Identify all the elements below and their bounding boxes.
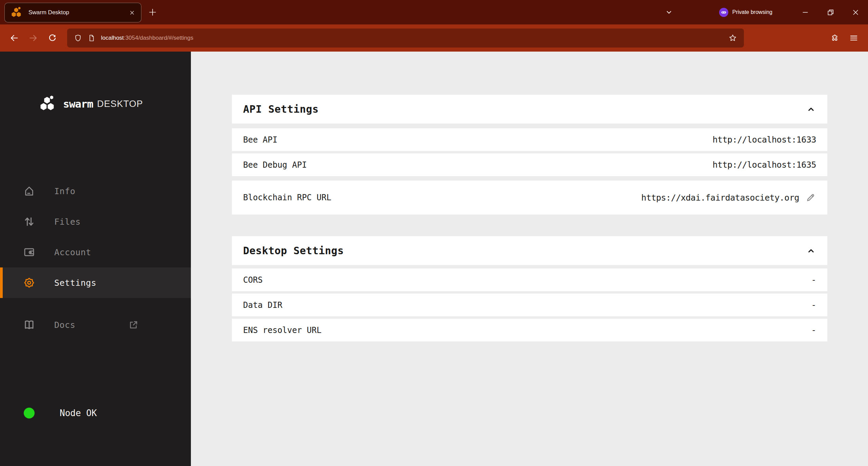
brand-desktop: DESKTOP (97, 99, 143, 109)
node-status-dot-icon (24, 408, 35, 418)
row-label: CORS (243, 275, 263, 285)
settings-row-blockchain-rpc-url: Blockchain RPC URL https://xdai.fairdata… (232, 181, 827, 215)
book-icon (22, 318, 36, 331)
url-bar[interactable]: localhost:3054/dashboard/#/settings (67, 29, 744, 48)
row-value: - (811, 300, 816, 310)
window-minimize-button[interactable] (793, 0, 818, 24)
row-value: http://localhost:1633 (712, 135, 816, 145)
swarm-desktop-logo: swarm DESKTOP (39, 95, 143, 113)
section-header-api-settings[interactable]: API Settings (232, 95, 827, 124)
row-value: https://xdai.fairdatasociety.org (641, 193, 799, 203)
bookmark-star-icon[interactable] (728, 34, 737, 42)
edit-pencil-icon[interactable] (805, 192, 816, 203)
external-link-icon (128, 310, 139, 340)
swarm-favicon-icon (11, 6, 23, 19)
settings-row-data-dir: Data DIR - (232, 294, 827, 316)
sidebar-item-label: Files (54, 217, 81, 227)
private-mask-icon (719, 8, 728, 17)
wallet-icon (22, 246, 36, 259)
node-status-label: Node OK (60, 408, 97, 418)
settings-row-ens-resolver-url: ENS resolver URL - (232, 319, 827, 341)
brand-swarm: swarm (63, 98, 93, 110)
sidebar-item-label: Info (54, 186, 75, 196)
forward-button[interactable] (24, 29, 43, 48)
private-browsing-badge: Private browsing (719, 8, 772, 17)
settings-page: API Settings Bee API http://localhost:16… (191, 52, 868, 466)
menu-hamburger-icon[interactable] (844, 29, 863, 48)
row-label: Bee API (243, 135, 277, 145)
sidebar-item-files[interactable]: Files (0, 206, 191, 237)
settings-row-bee-api: Bee API http://localhost:1633 (232, 128, 827, 151)
sidebar-nav: Info Files (0, 176, 191, 298)
sidebar-item-label: Docs (54, 320, 75, 330)
tab-close-icon[interactable] (129, 10, 135, 16)
row-label: Bee Debug API (243, 160, 307, 170)
new-tab-button[interactable] (142, 0, 163, 24)
sidebar-item-label: Settings (54, 278, 96, 288)
gear-icon (22, 276, 36, 289)
window-close-button[interactable] (843, 0, 868, 24)
row-label: Data DIR (243, 300, 282, 310)
settings-row-bee-debug-api: Bee Debug API http://localhost:1635 (232, 153, 827, 176)
chevron-up-icon[interactable] (806, 104, 816, 114)
section-title: API Settings (243, 103, 319, 115)
section-header-desktop-settings[interactable]: Desktop Settings (232, 236, 827, 265)
row-value: - (811, 275, 816, 285)
url-text[interactable]: localhost:3054/dashboard/#/settings (101, 35, 723, 41)
sidebar-item-info[interactable]: Info (0, 176, 191, 206)
sidebar: swarm DESKTOP Info (0, 52, 191, 466)
tab-title: Swarm Desktop (28, 9, 124, 16)
list-all-tabs-button[interactable] (659, 0, 678, 24)
swarm-hexagons-icon (39, 95, 57, 113)
window-restore-button[interactable] (818, 0, 843, 24)
section-title: Desktop Settings (243, 245, 344, 257)
browser-tab[interactable]: Swarm Desktop (4, 3, 141, 22)
sidebar-item-account[interactable]: Account (0, 237, 191, 267)
back-button[interactable] (5, 29, 24, 48)
chevron-up-icon[interactable] (806, 246, 816, 256)
row-value: http://localhost:1635 (712, 160, 816, 170)
sidebar-item-settings[interactable]: Settings (0, 267, 191, 298)
row-value: - (811, 325, 816, 335)
row-label: ENS resolver URL (243, 325, 321, 335)
home-icon (22, 185, 36, 198)
extensions-puzzle-icon[interactable] (825, 29, 844, 48)
browser-toolbar: localhost:3054/dashboard/#/settings (0, 24, 868, 52)
page-info-icon[interactable] (87, 34, 96, 42)
url-path: :3054/dashboard/#/settings (124, 35, 193, 41)
row-label: Blockchain RPC URL (243, 193, 331, 202)
private-browsing-label: Private browsing (732, 9, 772, 15)
transfer-arrows-icon (22, 215, 36, 228)
sidebar-item-label: Account (54, 247, 91, 257)
settings-row-cors: CORS - (232, 268, 827, 291)
browser-tab-bar: Swarm Desktop Private brows (0, 0, 868, 24)
node-status: Node OK (0, 398, 191, 428)
sidebar-item-docs[interactable]: Docs (0, 310, 191, 340)
shield-icon[interactable] (74, 34, 82, 42)
url-host: localhost (101, 35, 124, 41)
reload-button[interactable] (43, 29, 62, 48)
